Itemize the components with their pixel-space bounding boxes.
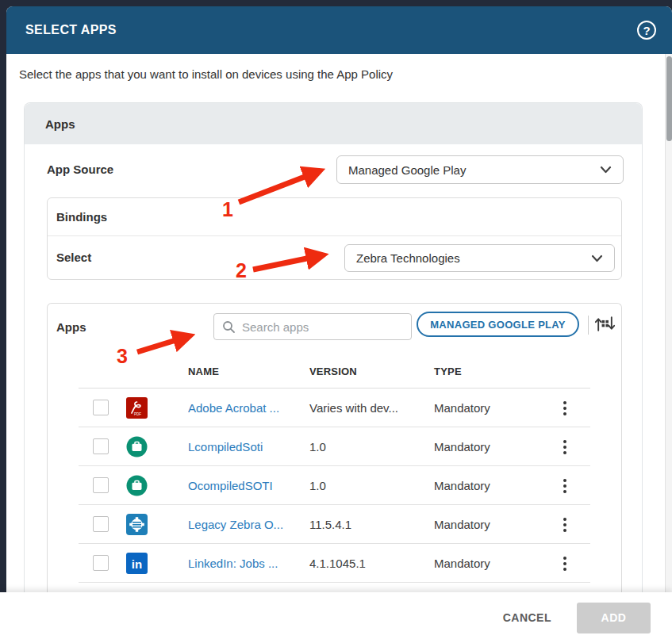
table-row[interactable]: PDFAdobe Acrobat ...Varies with dev...Ma… [79,388,590,427]
cancel-button[interactable]: CANCEL [503,611,551,624]
svg-text:in: in [132,557,142,571]
apps-list-label: Apps [56,304,86,351]
dialog-header: SELECT APPS ? [6,6,672,54]
row-menu-kebab-icon[interactable] [555,437,574,457]
table-row[interactable]: OcompiledSOTI1.0Mandatory [79,466,590,505]
apps-panel-header: Apps [25,103,642,144]
row-checkbox[interactable] [93,400,109,415]
svg-text:PDF: PDF [134,412,141,416]
vertical-scrollbar[interactable] [665,54,672,592]
app-name-link[interactable]: Legacy Zebra O... [188,505,307,544]
apps-toolbar: Apps Search apps MANAGED GOOGLE PLAY [48,304,621,351]
table-row[interactable]: inLinkedIn: Jobs ...4.1.1045.1Mandatory [79,544,590,583]
add-button[interactable]: ADD [577,603,651,633]
app-version: 1.0 [309,466,428,505]
zebra-app-icon [126,514,148,535]
managed-google-play-button[interactable]: MANAGED GOOGLE PLAY [417,312,579,337]
apps-table: NAME VERSION TYPE PDFAdobe Acrobat ...Va… [79,351,590,583]
app-type: Mandatory [434,388,545,427]
search-placeholder: Search apps [242,320,309,334]
app-version: Varies with dev... [309,388,428,427]
row-menu-kebab-icon[interactable] [555,476,574,496]
row-menu-kebab-icon[interactable] [555,515,574,535]
chevron-down-icon [600,166,612,174]
workapp-app-icon [126,436,148,457]
app-type: Mandatory [434,427,545,466]
search-icon [222,320,236,334]
apps-panel: Apps App Source Managed Google Play Bind… [24,102,643,643]
column-header-type: TYPE [434,351,462,388]
workapp-app-icon [126,475,148,496]
bindings-dropdown[interactable]: Zebra Technologies [344,244,615,272]
column-header-version: VERSION [309,351,357,388]
scrollbar-thumb[interactable] [666,56,672,141]
row-checkbox[interactable] [93,516,109,532]
row-checkbox[interactable] [93,555,109,571]
app-type: Mandatory [434,505,545,544]
search-apps-input[interactable]: Search apps [213,313,412,340]
app-type: Mandatory [434,466,545,505]
row-menu-kebab-icon[interactable] [555,398,574,419]
app-version: 11.5.4.1 [309,505,428,544]
column-header-name: NAME [188,351,219,388]
bindings-value: Zebra Technologies [356,251,460,265]
table-row[interactable]: LcompiledSoti1.0Mandatory [79,427,590,466]
app-source-dropdown[interactable]: Managed Google Play [336,155,624,184]
bindings-select-row: Select Zebra Technologies [48,236,621,279]
app-name-link[interactable]: LcompiledSoti [188,427,307,466]
page-background: SELECT APPS ? Select the apps that you w… [0,0,672,643]
toolbar-divider [588,316,589,335]
row-menu-kebab-icon[interactable] [555,553,574,574]
table-row[interactable]: Legacy Zebra O...11.5.4.1Mandatory [79,505,590,544]
row-checkbox[interactable] [93,477,109,493]
chevron-down-icon [591,255,603,262]
sync-apps-icon[interactable] [594,313,616,335]
app-name-link[interactable]: Adobe Acrobat ... [188,388,307,427]
app-type: Mandatory [434,544,545,583]
linkedin-app-icon: in [126,553,148,574]
apps-panel-title: Apps [45,117,75,131]
app-version: 4.1.1045.1 [309,544,428,583]
bindings-select-label: Select [56,236,91,279]
apps-table-body: PDFAdobe Acrobat ...Varies with dev...Ma… [79,388,590,583]
dialog-description: Select the apps that you want to install… [19,67,393,81]
help-icon[interactable]: ? [637,21,656,40]
dialog-title: SELECT APPS [25,23,117,37]
bindings-group: Bindings Select Zebra Technologies [47,197,622,280]
app-source-value: Managed Google Play [348,163,466,177]
app-version: 1.0 [309,427,428,466]
app-name-link[interactable]: OcompiledSOTI [188,466,307,505]
app-name-link[interactable]: LinkedIn: Jobs ... [188,544,307,583]
adobe-app-icon: PDF [126,397,148,419]
app-source-label: App Source [47,155,113,184]
bindings-label: Bindings [48,198,621,236]
apps-table-header: NAME VERSION TYPE [79,351,590,388]
row-checkbox[interactable] [93,438,109,454]
dialog-footer: CANCEL ADD [0,592,672,643]
select-apps-dialog: SELECT APPS ? Select the apps that you w… [6,6,672,643]
